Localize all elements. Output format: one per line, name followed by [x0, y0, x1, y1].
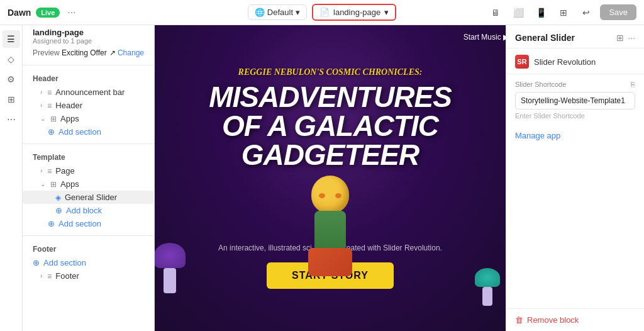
chevron-down-icon: ▾	[384, 8, 389, 17]
page-tree-item[interactable]: › ≡ Page	[23, 164, 154, 177]
chevron-down-icon: ⌄	[40, 181, 45, 188]
external-link-icon: ↗	[109, 48, 116, 57]
list-icon: ≡	[47, 88, 52, 97]
tablet-icon-button[interactable]: ⬜	[509, 4, 527, 21]
right-panel: General Slider ⊞ ··· SR Slider Revolutio…	[506, 25, 644, 331]
sidebar-apps-icon[interactable]: ⊞	[3, 91, 20, 108]
default-label: Default	[267, 8, 293, 17]
start-music-button[interactable]: Start Music ▶	[464, 33, 506, 42]
char-body	[314, 211, 346, 249]
left-panel: landing-page Assigned to 1 page Preview …	[23, 25, 155, 331]
page-name: landing-page	[33, 28, 144, 37]
general-slider-item[interactable]: ◈ General Slider	[23, 191, 154, 204]
app-name: Dawn	[8, 8, 31, 18]
grid-icon-button[interactable]: ⊞	[555, 4, 572, 21]
mushroom-right	[475, 268, 500, 306]
announcement-bar-item[interactable]: › ≡ Announcement bar	[23, 86, 154, 99]
sidebar-settings-icon[interactable]: ⚙	[3, 70, 20, 88]
canvas-frame: Start Music ▶ REGGIE NEBULON'S COSMIC CH…	[155, 25, 506, 331]
main-layout: ☰ ◇ ⚙ ⊞ ⋯ landing-page Assigned to 1 pag…	[0, 25, 644, 331]
desktop-icon-button[interactable]: 🖥	[487, 4, 504, 21]
sidebar-sections-icon[interactable]: ☰	[3, 30, 20, 48]
right-panel-icons: ⊞ ···	[616, 33, 635, 43]
add-block-label: Add block	[66, 206, 102, 215]
globe-icon: 🌐	[255, 8, 265, 17]
char-bag	[308, 248, 352, 276]
save-button[interactable]: Save	[600, 4, 636, 20]
add-block-item[interactable]: ⊕ Add block	[23, 204, 154, 217]
field-placeholder: Enter Slider Shortcode	[515, 112, 635, 120]
undo-button[interactable]: ↩	[577, 4, 595, 21]
copy-icon[interactable]: ⎘	[631, 81, 635, 88]
mush-cap-right	[475, 268, 500, 287]
chevron-icon: ›	[40, 272, 42, 279]
announcement-label: Announcement bar	[55, 87, 125, 97]
add-section-template[interactable]: ⊕ Add section	[23, 217, 154, 230]
remove-block-link[interactable]: 🗑 Remove block	[515, 315, 635, 325]
page-assigned: Assigned to 1 page	[33, 37, 144, 45]
canvas-title: MISADVENTURES OF A GALACTIC GADGETEER	[155, 82, 506, 169]
topbar-left: Dawn Live ···	[8, 7, 240, 18]
list-icon: ≡	[47, 272, 52, 281]
apps-label: Apps	[60, 114, 79, 123]
right-panel-header: General Slider ⊞ ···	[506, 25, 644, 48]
header-apps-item[interactable]: ⌄ ⊞ Apps	[23, 112, 154, 125]
remove-block-label: Remove block	[527, 315, 579, 325]
canvas-area: Start Music ▶ REGGIE NEBULON'S COSMIC CH…	[155, 25, 506, 331]
default-button[interactable]: 🌐 Default ▾	[248, 4, 307, 20]
chevron-down-icon: ⌄	[40, 115, 45, 122]
footer-tree-item[interactable]: › ≡ Footer	[23, 269, 154, 283]
add-section-header[interactable]: ⊕ Add section	[23, 125, 154, 138]
brand-name: Slider Revolution	[534, 57, 596, 67]
sidebar-more-icon[interactable]: ⋯	[3, 111, 20, 128]
field-label: Slider Shortcode ⎘	[515, 81, 635, 88]
brand-icon: SR	[515, 55, 529, 69]
landing-page-tab[interactable]: 📄 landing-page ▾	[312, 4, 396, 21]
general-slider-label: General Slider	[65, 193, 117, 202]
topbar: Dawn Live ··· 🌐 Default ▾ 📄 landing-page…	[0, 0, 644, 25]
divider2	[23, 143, 154, 144]
template-section-title: Template	[23, 152, 154, 163]
header-item[interactable]: › ≡ Header	[23, 99, 154, 112]
topbar-more-icon[interactable]: ···	[67, 7, 75, 18]
field-label-text: Slider Shortcode	[515, 81, 566, 88]
character-figure	[299, 176, 362, 276]
divider3	[23, 235, 154, 236]
page-item: landing-page Assigned to 1 page	[23, 25, 154, 46]
change-link[interactable]: Change	[118, 48, 144, 57]
header-section: Header › ≡ Announcement bar › ≡ Header ⌄…	[23, 68, 154, 141]
topbar-right: 🖥 ⬜ 📱 ⊞ ↩ Save	[404, 4, 636, 21]
chevron-down-icon: ▾	[296, 8, 300, 17]
right-panel-title: General Slider	[515, 33, 575, 43]
slider-shortcode-input[interactable]	[515, 92, 635, 109]
add-section-label2: Add section	[58, 219, 101, 228]
mush-stem-right	[482, 287, 492, 306]
rp-grid-icon[interactable]: ⊞	[616, 33, 624, 43]
header-label: Header	[55, 101, 82, 110]
trash-icon: 🗑	[515, 315, 523, 325]
template-apps-item[interactable]: ⌄ ⊞ Apps	[23, 177, 154, 191]
plus-icon4: ⊕	[33, 258, 40, 267]
grid-icon: ⊞	[50, 180, 57, 189]
page-label: Page	[55, 166, 74, 176]
rp-more-icon[interactable]: ···	[628, 33, 635, 43]
slider-shortcode-section: Slider Shortcode ⎘ Enter Slider Shortcod…	[506, 74, 644, 126]
template-section: Template › ≡ Page ⌄ ⊞ Apps ◈ General Sli…	[23, 147, 154, 233]
preview-row: Preview Exciting Offer ↗ Change	[23, 46, 154, 62]
canvas-title-line1: MISADVENTURES	[155, 82, 506, 111]
chevron-icon: ›	[40, 167, 42, 174]
topbar-center: 🌐 Default ▾ 📄 landing-page ▾	[248, 4, 396, 21]
preview-value: Exciting Offer ↗	[62, 48, 116, 57]
canvas-subtitle: REGGIE NEBULON'S COSMIC CHRONICLES:	[238, 67, 423, 77]
brand-row: SR Slider Revolution	[506, 48, 644, 74]
plus-icon3: ⊕	[48, 219, 55, 228]
grid-icon: ⊞	[50, 115, 57, 123]
right-panel-footer: 🗑 Remove block	[506, 308, 644, 331]
add-section-footer[interactable]: ⊕ Add section	[23, 256, 154, 269]
header-section-title: Header	[23, 73, 154, 84]
list-icon: ≡	[47, 101, 52, 110]
manage-app-link[interactable]: Manage app	[506, 126, 644, 145]
preview-label: Preview	[33, 48, 60, 57]
mobile-icon-button[interactable]: 📱	[532, 4, 550, 21]
sidebar-theme-icon[interactable]: ◇	[3, 50, 20, 68]
